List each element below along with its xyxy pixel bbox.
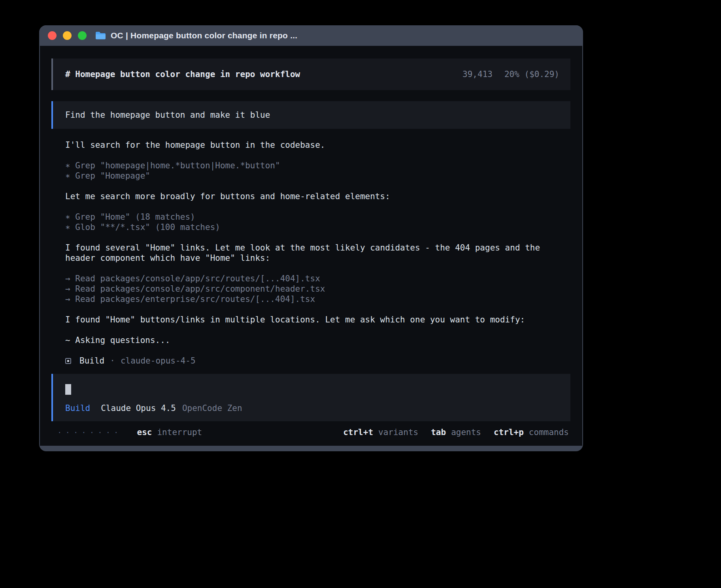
input-provider-label: OpenCode Zen <box>182 403 242 413</box>
status-bar: ········ esc interrupt ctrl+t variants t… <box>40 422 582 446</box>
key-ctrl-t: ctrl+t <box>343 428 373 437</box>
assistant-message: I found "Home" buttons/links in multiple… <box>65 315 568 325</box>
tool-call-read: → Read packages/console/app/src/routes/[… <box>65 273 568 284</box>
terminal-body: # Homepage button color change in repo w… <box>40 46 582 446</box>
terminal-window: OC | Homepage button color change in rep… <box>39 25 583 451</box>
status-left: ········ esc interrupt <box>57 428 202 437</box>
assistant-message: ~ Asking questions... <box>65 335 568 345</box>
tool-call-grep: ∗ Grep "Home" (18 matches) <box>65 212 568 222</box>
session-title: # Homepage button color change in repo w… <box>65 69 300 79</box>
input-agent-label: Build <box>65 403 90 413</box>
minimize-button[interactable] <box>63 31 72 40</box>
session-content: # Homepage button color change in repo w… <box>40 46 582 422</box>
assistant-text: I found several "Home" links. Let me loo… <box>65 243 568 263</box>
token-count: 39,413 <box>462 69 493 79</box>
assistant-text: I found "Home" buttons/links in multiple… <box>65 315 568 325</box>
assistant-message: Let me search more broadly for buttons a… <box>65 191 568 202</box>
agent-icon <box>65 358 71 364</box>
hint-variants: variants <box>378 428 418 437</box>
key-tab: tab <box>431 428 446 437</box>
folder-icon <box>95 31 106 40</box>
transcript: I'll search for the homepage button in t… <box>51 140 570 366</box>
tool-call-read: → Read packages/enterprise/src/routes/[.… <box>65 294 568 304</box>
tool-calls: ∗ Grep "homepage|home.*button|Home.*butt… <box>65 160 568 181</box>
shortcut-commands: ctrl+p commands <box>494 428 569 437</box>
user-message: Find the homepage button and make it blu… <box>51 101 570 129</box>
shortcut-agents: tab agents <box>431 428 481 437</box>
assistant-message: I'll search for the homepage button in t… <box>65 140 568 150</box>
assistant-text: Let me search more broadly for buttons a… <box>65 191 568 202</box>
tool-calls: ∗ Grep "Home" (18 matches) ∗ Glob "**/*.… <box>65 212 568 232</box>
text-cursor <box>65 384 71 395</box>
tool-call-glob: ∗ Glob "**/*.tsx" (100 matches) <box>65 222 568 232</box>
spinner-dots: ········ <box>57 428 122 437</box>
session-header: # Homepage button color change in repo w… <box>51 58 570 90</box>
close-button[interactable] <box>48 31 57 40</box>
user-message-text: Find the homepage button and make it blu… <box>65 110 270 120</box>
hint-commands: commands <box>529 428 569 437</box>
session-stats: 39,413 20% ($0.29) <box>462 69 559 79</box>
hint-agents: agents <box>451 428 481 437</box>
agent-model: claude-opus-4-5 <box>121 356 196 366</box>
traffic-lights <box>48 31 87 40</box>
agent-name: Build <box>79 356 104 366</box>
status-right: ctrl+t variants tab agents ctrl+p comman… <box>343 428 569 437</box>
tool-call-grep: ∗ Grep "homepage|home.*button|Home.*butt… <box>65 160 568 171</box>
agent-status-row: Build · claude-opus-4-5 <box>65 356 568 366</box>
input-model-label: Claude Opus 4.5 <box>101 403 176 413</box>
context-cost: 20% ($0.29) <box>504 69 559 79</box>
key-ctrl-p: ctrl+p <box>494 428 524 437</box>
agent-separator: · <box>110 356 115 366</box>
tool-call-grep: ∗ Grep "Homepage" <box>65 171 568 181</box>
key-esc: esc <box>137 428 152 437</box>
input-mode-line: Build Claude Opus 4.5 OpenCode Zen <box>65 403 559 413</box>
tool-calls: → Read packages/console/app/src/routes/[… <box>65 273 568 304</box>
zoom-button[interactable] <box>78 31 87 40</box>
prompt-input[interactable]: Build Claude Opus 4.5 OpenCode Zen <box>51 374 570 421</box>
shortcut-variants: ctrl+t variants <box>343 428 418 437</box>
window-title: OC | Homepage button color change in rep… <box>111 31 297 40</box>
hint-interrupt: interrupt <box>157 428 202 437</box>
assistant-text: I'll search for the homepage button in t… <box>65 140 568 150</box>
tool-call-read: → Read packages/console/app/src/componen… <box>65 284 568 294</box>
titlebar: OC | Homepage button color change in rep… <box>39 25 583 46</box>
assistant-message: I found several "Home" links. Let me loo… <box>65 243 568 263</box>
assistant-text: ~ Asking questions... <box>65 335 568 345</box>
